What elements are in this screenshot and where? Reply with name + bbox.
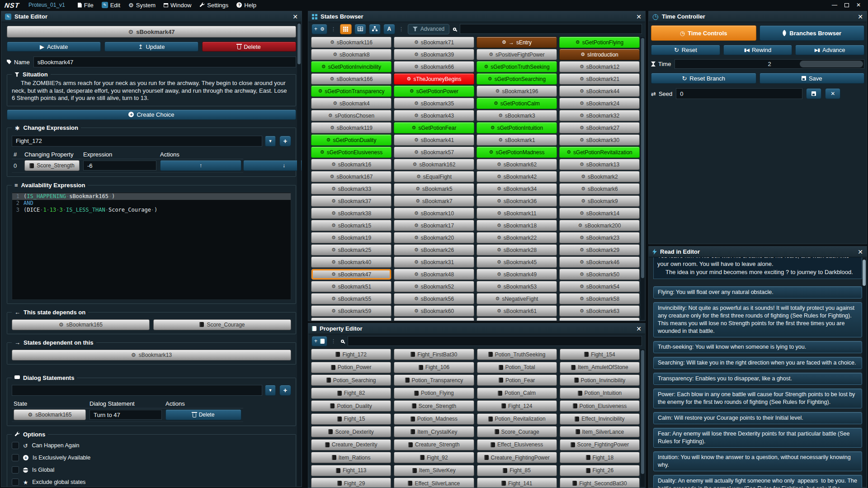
option-checkbox[interactable] [12, 454, 19, 461]
state-button[interactable]: ⚙sBookmark24 [559, 98, 640, 109]
property-button[interactable]: Item_SilverLance [560, 426, 640, 437]
state-button[interactable]: ⚙ [476, 317, 557, 321]
state-button[interactable]: ⚙sBookmark3 [476, 110, 557, 121]
state-button[interactable]: ⚙sBookmark166 [311, 73, 392, 85]
state-button[interactable]: ⚙sBookmark6 [559, 183, 640, 194]
state-button[interactable]: ⚙→sEntry [476, 37, 557, 48]
state-button[interactable]: ⚙sBookmark57 [394, 147, 474, 158]
table-view-button[interactable] [354, 24, 366, 34]
menu-system[interactable]: ⚙ System [128, 0, 156, 10]
close-icon[interactable]: ✕ [292, 14, 298, 20]
property-button[interactable]: Fight_92 [394, 452, 474, 463]
option-checkbox[interactable] [12, 466, 19, 474]
state-button[interactable]: ⚙sGetPotionTransparency [311, 85, 392, 97]
potion-description[interactable]: Searching: Will take you in the right di… [653, 357, 862, 369]
state-button[interactable]: ⚙sBookmark41 [394, 134, 474, 146]
move-up-button[interactable]: ↑ [160, 160, 241, 171]
state-button[interactable]: ⚙sBookmark25 [311, 244, 392, 256]
state-button[interactable]: ⚙sBookmark32 [559, 110, 640, 121]
state-button[interactable]: ⚙sBookmark116 [311, 37, 392, 48]
clear-seed-button[interactable]: ✕ [825, 88, 840, 99]
state-button[interactable]: ⚙sBookmark13 [559, 159, 640, 170]
property-button[interactable]: Score_Dexterity [311, 426, 391, 437]
close-icon[interactable]: ✕ [636, 14, 642, 20]
minimize-button[interactable]: — [832, 2, 837, 8]
state-button[interactable]: ⚙sEqualFight [394, 171, 474, 182]
state-button[interactable]: ⚙sBookmark52 [394, 281, 474, 292]
state-button[interactable]: ⚙sBookmark51 [311, 281, 392, 292]
state-button[interactable]: ⚙sNegativeFight [476, 293, 557, 304]
property-button[interactable]: Fight_141 [477, 478, 557, 488]
dropdown-arrow-button[interactable]: ▼ [265, 136, 276, 147]
create-choice-button[interactable]: + Create Choice [7, 109, 296, 120]
state-button[interactable]: ⚙sBookmark19 [311, 232, 392, 243]
property-button[interactable]: Potion_Duality [311, 400, 391, 412]
state-button[interactable]: ⚙sBookmark61 [476, 305, 557, 317]
property-button[interactable]: Fight_15 [311, 413, 391, 425]
state-button[interactable]: ⚙sBookmark45 [476, 256, 557, 268]
state-button[interactable]: ⚙sBookmark53 [476, 281, 557, 292]
story-text-block[interactable]: You leave him in his cell with his dream… [653, 257, 862, 279]
menu-window[interactable]: Window [164, 0, 191, 10]
property-button[interactable]: Potion_Total [477, 362, 557, 373]
state-button[interactable]: ⚙sBookmark22 [476, 232, 557, 243]
state-button[interactable]: ⚙sGetPotionInvincibility [311, 61, 392, 72]
delete-button[interactable]: Delete [202, 42, 296, 52]
state-button[interactable]: ⚙sBookmark4 [311, 98, 392, 109]
state-button[interactable]: ⚙sBookmark66 [394, 61, 474, 72]
state-button[interactable]: ⚙sBookmark28 [476, 244, 557, 256]
state-button[interactable]: ⚙sGetPotionRevitalization [559, 147, 640, 158]
tree-view-button[interactable] [369, 24, 381, 34]
close-icon[interactable]: ✕ [858, 249, 863, 255]
state-button[interactable]: ⚙sBookmark60 [394, 305, 474, 317]
state-button[interactable]: ⚙sBookmark119 [311, 122, 392, 133]
dependency-button[interactable]: Score_Courage [153, 319, 291, 330]
state-button[interactable]: ⚙sBookmark16 [311, 159, 392, 170]
state-button[interactable]: ⚙sBookmark26 [394, 244, 474, 256]
property-button[interactable]: Potion_Power [311, 362, 391, 373]
property-button[interactable]: Item_CrystalKey [394, 426, 474, 437]
property-button[interactable]: Potion_TruthSeeking [477, 349, 557, 360]
menu-file[interactable]: File [78, 0, 94, 10]
state-button[interactable]: ⚙sBookmark23 [559, 232, 640, 243]
state-button[interactable]: ⚙sGetPotionMadness [476, 147, 557, 158]
rewind-button[interactable]: ▮◀ Rewind [723, 45, 793, 55]
property-button[interactable]: Item_AmuletOfStone [560, 362, 640, 373]
advanced-filter-button[interactable]: Advanced [408, 24, 449, 34]
property-button[interactable]: Creature_Dexterity [311, 439, 391, 450]
state-button[interactable]: ⚙sBookmark36 [476, 195, 557, 207]
state-button[interactable]: ⚙sBookmark55 [311, 293, 392, 304]
state-button[interactable]: ⚙sBookmark56 [394, 293, 474, 304]
save-button[interactable]: Save [760, 73, 865, 84]
state-button[interactable]: ⚙sBookmark162 [394, 159, 474, 170]
reset-branch-button[interactable]: ↻ Reset Branch [651, 73, 756, 84]
property-button[interactable]: Fight_82 [311, 388, 391, 399]
potion-description[interactable]: Fear: Any enemy will lose three Dexterit… [653, 428, 862, 448]
property-button[interactable]: Potion_Flying [394, 388, 474, 399]
dialog-dropdown[interactable] [12, 385, 262, 396]
potion-description[interactable]: Truth-seeking: You will know when someon… [653, 341, 862, 353]
move-down-button[interactable]: ↓ [243, 160, 302, 171]
dropdown-arrow-button[interactable]: ▼ [265, 385, 276, 396]
state-button[interactable]: ⚙sBookmark21 [559, 73, 640, 85]
state-button[interactable]: ⚙sBookmark43 [394, 110, 474, 121]
activate-button[interactable]: ▶ Activate [7, 42, 101, 52]
dependency-button[interactable]: ⚙sBookmark165 [12, 319, 150, 330]
property-button[interactable]: Score_Courage [477, 426, 557, 437]
add-dialog-button[interactable]: + [279, 385, 291, 396]
state-button[interactable]: ⚙sGetPotionIntuition [476, 122, 557, 133]
state-button[interactable]: ⚙sBookmark54 [559, 281, 640, 292]
font-view-button[interactable]: A [383, 24, 395, 34]
properties-scrollbar[interactable] [641, 349, 645, 487]
state-button[interactable]: ⚙sBookmark42 [476, 171, 557, 182]
state-button[interactable]: ⚙ [559, 317, 640, 321]
property-button[interactable]: Potion_Invincibility [560, 374, 640, 386]
property-button[interactable]: Fight_18 [560, 452, 640, 463]
property-button[interactable]: Effect_Elusiveness [477, 439, 557, 450]
state-button[interactable]: ⚙sBookmark31 [394, 256, 474, 268]
grid-view-button[interactable] [340, 24, 352, 34]
property-button[interactable]: Item_Rations [311, 452, 391, 463]
tab-time-controls[interactable]: ◷ Time Controls [651, 25, 756, 41]
potion-description[interactable]: Duality: An enemy will actually fight so… [653, 475, 862, 488]
expression-input[interactable] [83, 161, 156, 171]
